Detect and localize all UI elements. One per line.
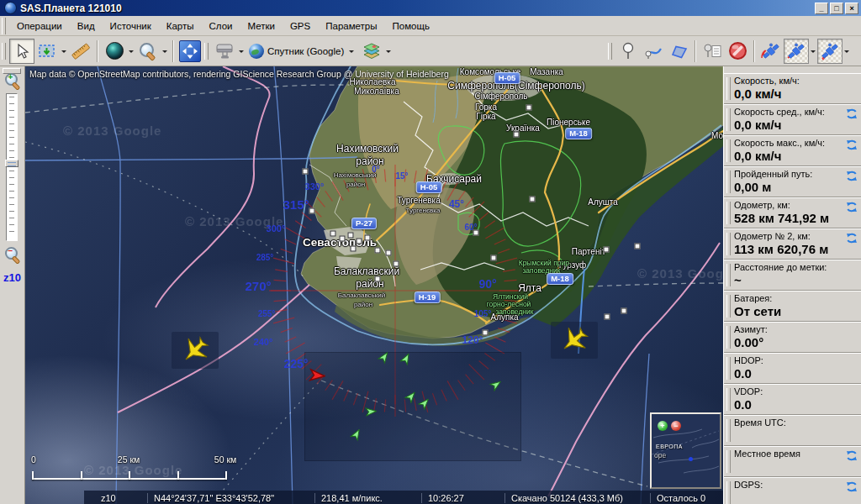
search-button[interactable] [135,39,161,64]
poi-marker[interactable] [491,255,497,261]
zoom-in-button[interactable]: + [5,73,20,88]
menu-item-5[interactable]: Метки [240,18,282,34]
map-place-label: заповедник [495,307,533,316]
menu-item-0[interactable]: Операции [9,18,70,34]
poi-marker[interactable] [365,235,371,241]
gps-field-12: Местное время [724,446,861,477]
cache-download-button[interactable] [212,39,237,64]
zoom-out-button[interactable]: − [5,247,20,262]
maximize-button[interactable]: □ [830,3,843,14]
refresh-icon[interactable] [846,202,858,213]
add-route-button[interactable] [641,39,666,64]
refresh-icon[interactable] [846,171,858,181]
poi-marker[interactable] [340,236,346,242]
toolbar-grip[interactable] [608,43,612,60]
poi-marker[interactable] [330,231,336,237]
refresh-icon[interactable] [846,139,858,150]
poi-marker[interactable] [303,169,309,175]
menu-item-3[interactable]: Карты [159,18,202,34]
vessel-marker[interactable] [351,428,362,440]
vessel-marker[interactable] [366,406,377,417]
toolbar-grip[interactable] [2,18,6,34]
refresh-icon[interactable] [846,450,858,461]
hide-marks-button[interactable] [725,39,750,64]
poi-marker[interactable] [386,250,392,256]
toolbar-separator [97,40,98,62]
selection-rectangle[interactable] [304,352,521,461]
ruler-button[interactable] [68,39,93,64]
add-placemark-button[interactable] [615,39,641,64]
toolbar-grip[interactable] [204,43,209,60]
search-icon [140,43,156,60]
zoom-slider[interactable] [6,93,18,241]
title-bar[interactable]: SAS.Планета 121010 _□× [0,0,861,16]
poi-marker[interactable] [473,230,479,236]
vessel-marker[interactable] [406,391,417,402]
poi-marker[interactable] [348,233,354,239]
menu-item-2[interactable]: Источник [103,18,159,34]
map-source-dropdown[interactable] [347,39,356,63]
minimap-zoom-in-button[interactable]: + [658,421,668,431]
go-to-button[interactable] [102,39,127,64]
refresh-icon[interactable] [846,481,858,492]
rect-selection-button[interactable] [34,39,60,64]
poi-marker[interactable] [351,246,357,252]
poi-marker[interactable] [635,244,641,249]
go-to-dropdown[interactable] [127,39,135,63]
menu-item-7[interactable]: Параметры [318,18,384,34]
layers-button[interactable] [359,39,384,64]
gps-connect-button[interactable] [758,39,784,64]
zoom-slider-ticks [9,97,14,238]
minimap-zoom-out-button[interactable]: − [671,421,681,431]
poi-marker[interactable] [621,308,627,314]
search-dropdown[interactable] [161,39,169,63]
map-source-button[interactable]: Спутник (Google) [246,38,359,65]
cache-download-dropdown[interactable] [237,39,246,63]
map-place-label: Мазанка [530,67,563,76]
vessel-marker[interactable] [491,379,502,391]
road-badge: Р-27 [351,218,377,229]
poi-marker[interactable] [375,248,381,254]
toolbar-grip[interactable] [2,43,6,60]
map-viewport[interactable]: Map data © OpenStreetMap contributors, r… [25,66,723,504]
menu-item-8[interactable]: Помощь [385,18,437,34]
gps-follow-dropdown[interactable] [809,39,817,63]
menu-item-1[interactable]: Вид [70,18,103,34]
menu-item-6[interactable]: GPS [283,18,318,34]
overview-minimap[interactable]: ЕВРОПАоре+− [650,412,721,489]
refresh-icon[interactable] [846,108,858,119]
gps-position-marker[interactable] [309,367,325,384]
gps-track-dropdown[interactable] [843,39,851,63]
zoom-in-icon: + [8,72,13,81]
refresh-icon[interactable] [846,233,858,244]
poi-marker[interactable] [514,132,520,138]
minimize-button[interactable]: _ [815,3,828,14]
vessel-marker[interactable] [420,397,430,409]
menu-item-4[interactable]: Слои [202,18,240,34]
poi-marker[interactable] [375,276,381,282]
poi-marker[interactable] [530,197,536,202]
select-cursor-button[interactable] [9,39,34,64]
poi-marker[interactable] [309,208,315,214]
poi-marker[interactable] [526,105,532,111]
gps-field-value: ~ [734,273,858,287]
layers-dropdown[interactable] [384,39,393,63]
poi-marker[interactable] [604,247,610,253]
poi-marker[interactable] [394,261,399,267]
close-button[interactable]: × [845,3,858,14]
aircraft-marker[interactable] [172,332,219,369]
placemark-list-button[interactable] [700,39,725,64]
add-polygon-button[interactable] [666,39,691,64]
gps-track-button[interactable] [817,39,843,64]
poi-marker[interactable] [605,314,610,320]
vessel-marker[interactable] [401,353,412,365]
poi-marker[interactable] [357,239,362,244]
zoom-slider-thumb[interactable] [5,160,18,167]
gps-follow-button[interactable] [784,39,809,64]
map-place-label: Горка [475,102,497,112]
fullscreen-button[interactable] [177,39,203,64]
rect-selection-dropdown[interactable] [60,39,68,63]
vessel-marker[interactable] [379,351,390,363]
poi-marker[interactable] [483,330,489,336]
aircraft-marker[interactable] [551,322,598,359]
